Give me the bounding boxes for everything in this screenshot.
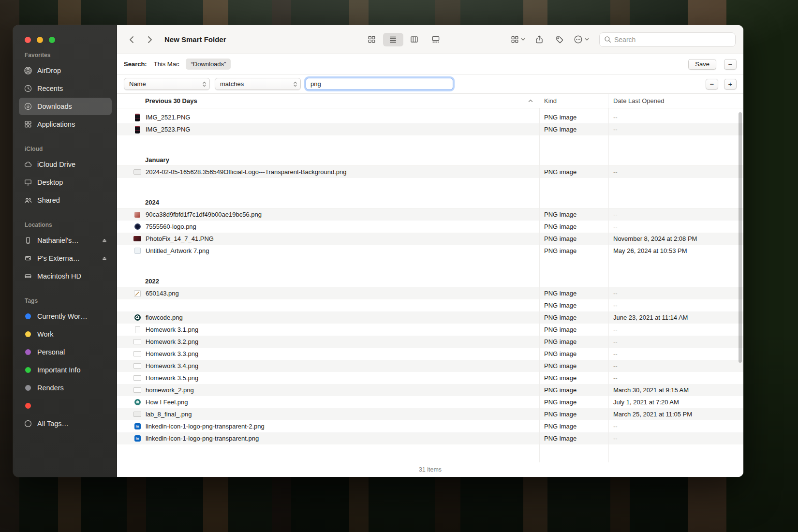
file-row[interactable]: How I Feel.pngPNG imageJuly 1, 2021 at 7… — [117, 396, 743, 408]
operator-select-value: matches — [220, 80, 244, 88]
sidebar-item-important-info[interactable]: Important Info — [19, 361, 112, 379]
sidebar-item-applications[interactable]: Applications — [19, 116, 112, 133]
file-row[interactable]: 90ca38d9fbfd1f7c1df49b00ae19bc56.pngPNG … — [117, 208, 743, 221]
sort-ascending-icon[interactable] — [528, 99, 533, 103]
file-row[interactable]: Homework 3.4.pngPNG image-- — [117, 360, 743, 372]
file-row[interactable]: PNG image-- — [117, 299, 743, 311]
sidebar-item-macintosh-hd[interactable]: Macintosh HD — [19, 267, 112, 285]
list-section: 2022650143.pngPNG image--PNG image--flow… — [117, 275, 743, 444]
group-header: 2024 — [117, 196, 743, 208]
group-column-header[interactable]: Previous 30 Days — [145, 97, 197, 104]
file-row[interactable]: lab_8_final_.pngPNG imageMarch 25, 2021 … — [117, 408, 743, 420]
file-kind: PNG image — [539, 168, 608, 176]
sidebar-item-red-tag[interactable] — [19, 397, 112, 414]
file-row[interactable]: Homework 3.1.pngPNG image-- — [117, 324, 743, 336]
share-icon — [535, 35, 544, 44]
file-row[interactable]: flowcode.pngPNG imageJune 23, 2021 at 11… — [117, 311, 743, 324]
gallery-view-icon — [431, 35, 440, 44]
forward-button[interactable] — [142, 32, 157, 47]
toolbar-search[interactable] — [599, 32, 736, 47]
tag-color-dot — [25, 313, 31, 319]
sidebar-item-renders[interactable]: Renders — [19, 379, 112, 397]
file-date-last-opened: -- — [608, 326, 743, 333]
file-row[interactable]: Untitled_Artwork 7.pngPNG imageMay 26, 2… — [117, 245, 743, 257]
sidebar-item-airdrop[interactable]: AirDrop — [19, 62, 112, 79]
file-thumbnail-screenshot-dark — [133, 126, 141, 133]
scrollbar[interactable] — [739, 112, 742, 363]
sidebar-item-recents[interactable]: Recents — [19, 80, 112, 97]
desktop-icon — [24, 178, 32, 186]
file-thumbnail-sheet-wide — [133, 362, 141, 370]
file-name-cell: PhotoFix_14_7_41.PNG — [117, 235, 539, 243]
eject-icon[interactable] — [101, 255, 108, 262]
date-column-header[interactable]: Date Last Opened — [608, 94, 743, 108]
shared-icon — [24, 196, 32, 204]
file-row[interactable]: Homework 3.3.pngPNG image-- — [117, 348, 743, 360]
sidebar-item-label: Shared — [37, 196, 108, 204]
attribute-select[interactable]: Name — [124, 78, 210, 90]
save-button[interactable]: Save — [688, 59, 716, 70]
file-thumbnail-artwork-light — [133, 247, 141, 255]
sidebar-item-p-s-externa[interactable]: P's Externa… — [19, 250, 112, 267]
sidebar-item-downloads[interactable]: Downloads — [19, 98, 112, 115]
add-criteria-button[interactable]: + — [724, 79, 737, 89]
file-thumbnail-sheet-light — [133, 411, 141, 418]
file-row[interactable]: 2024-02-05-165628.356549Official-Logo---… — [117, 166, 743, 178]
file-row[interactable]: Homework 3.2.pngPNG image-- — [117, 336, 743, 348]
list-view-button[interactable] — [383, 33, 403, 46]
gallery-view-button[interactable] — [426, 33, 446, 46]
sidebar-item-work[interactable]: Work — [19, 325, 112, 343]
back-button[interactable] — [125, 32, 139, 47]
scope-this-mac[interactable]: This Mac — [151, 59, 182, 70]
collapse-search-button[interactable]: − — [724, 59, 737, 70]
sidebar-item-all-tags[interactable]: All Tags… — [19, 415, 112, 432]
sidebar-item-icloud-drive[interactable]: iCloud Drive — [19, 156, 112, 173]
tag-button[interactable] — [551, 33, 568, 46]
desktop-wallpaper: FavoritesAirDropRecentsDownloadsApplicat… — [0, 0, 798, 532]
file-thumbnail-none — [133, 302, 141, 310]
file-row[interactable]: Homework 3.5.pngPNG image-- — [117, 372, 743, 384]
file-row[interactable]: 650143.pngPNG image-- — [117, 287, 743, 299]
sidebar-item-shared[interactable]: Shared — [19, 192, 112, 209]
file-kind: PNG image — [539, 326, 608, 333]
file-row[interactable]: 7555560-logo.pngPNG image-- — [117, 221, 743, 233]
more-actions-button[interactable] — [571, 33, 591, 46]
file-row[interactable]: IMG_2521.PNGPNG image-- — [117, 111, 743, 123]
remove-criteria-button[interactable]: − — [706, 79, 718, 89]
file-name: Untitled_Artwork 7.png — [146, 247, 209, 254]
sidebar-item-label: Recents — [37, 85, 108, 92]
file-date-last-opened: -- — [608, 223, 743, 230]
file-row[interactable]: IMG_2523.PNGPNG image-- — [117, 123, 743, 135]
eject-icon[interactable] — [101, 237, 108, 244]
sidebar-item-label: iCloud Drive — [37, 161, 108, 168]
operator-select[interactable]: matches — [215, 78, 301, 90]
file-name-cell: homework_2.png — [117, 386, 539, 394]
icon-view-button[interactable] — [362, 33, 382, 46]
minimize-button[interactable] — [37, 37, 43, 43]
file-name-cell: Homework 3.3.png — [117, 350, 539, 358]
sidebar-item-nathaniel-s[interactable]: Nathaniel's… — [19, 232, 112, 249]
file-name-cell: How I Feel.png — [117, 399, 539, 406]
close-button[interactable] — [25, 37, 31, 43]
sidebar-item-currently-wor[interactable]: Currently Wor… — [19, 308, 112, 325]
file-row[interactable]: homework_2.pngPNG imageMarch 30, 2021 at… — [117, 384, 743, 396]
chevron-down-icon — [521, 38, 525, 41]
filter-query-input[interactable] — [306, 78, 453, 90]
column-view-button[interactable] — [404, 33, 425, 46]
file-name-cell: Homework 3.4.png — [117, 362, 539, 370]
kind-column-header[interactable]: Kind — [539, 94, 608, 108]
sidebar-item-desktop[interactable]: Desktop — [19, 174, 112, 191]
search-input[interactable] — [614, 36, 731, 44]
file-row[interactable]: PhotoFix_14_7_41.PNGPNG imageNovember 8,… — [117, 233, 743, 245]
clock-icon — [24, 85, 32, 92]
file-kind: PNG image — [539, 386, 608, 394]
sidebar-section-locations: LocationsNathaniel's…P's Externa…Macinto… — [13, 222, 117, 285]
group-button[interactable] — [508, 33, 528, 46]
file-row[interactable]: inlinkedin-icon-1-logo-png-transparent-2… — [117, 420, 743, 432]
share-button[interactable] — [531, 33, 548, 46]
sidebar-item-personal[interactable]: Personal — [19, 343, 112, 361]
file-name-cell: 7555560-logo.png — [117, 223, 539, 231]
scope-downloads[interactable]: “Downloads” — [186, 59, 231, 70]
file-row[interactable]: inlinkedin-icon-1-logo-png-transparent.p… — [117, 432, 743, 444]
zoom-button[interactable] — [49, 37, 55, 43]
